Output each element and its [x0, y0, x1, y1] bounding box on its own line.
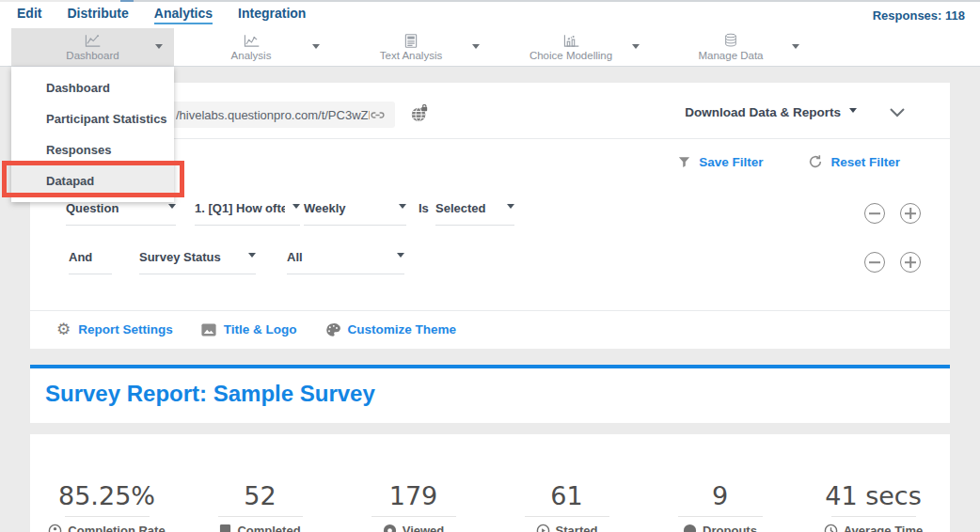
chevron-down-icon[interactable]	[889, 107, 906, 118]
stat-started: 61 Started	[490, 480, 643, 532]
stat-value: 52	[183, 480, 337, 512]
line-chart-dots-icon	[244, 34, 260, 48]
nav-item-analytics[interactable]: Analytics	[154, 6, 213, 24]
completed-icon	[219, 524, 231, 532]
reset-filter-button[interactable]: Reset Filter	[808, 154, 900, 169]
dashboard-dropdown-menu: Dashboard Participant Statistics Respons…	[11, 67, 174, 202]
stat-label: Dropouts	[703, 524, 757, 532]
top-nav-items: Edit Distribute Analytics Integration	[17, 6, 306, 24]
filter-status-value: All	[287, 250, 303, 264]
viewed-icon	[383, 524, 397, 532]
filter-field-select[interactable]: Question	[66, 201, 176, 226]
gear-icon	[56, 321, 71, 337]
toolbar-dashboard-button[interactable]: Dashboard	[11, 28, 174, 66]
toolbar-text-analysis-label: Text Analysis	[380, 50, 442, 61]
caret-down-icon	[507, 204, 514, 212]
filter-operator-label: Is	[419, 201, 429, 215]
report-actions-bar: Report Settings Title & Logo Customize T…	[56, 321, 456, 337]
stat-label: Started	[556, 524, 598, 532]
line-chart-icon	[85, 34, 101, 48]
average-time-icon	[824, 524, 838, 532]
toolbar-text-analysis-button[interactable]: Text Analysis	[331, 28, 491, 66]
completion-rate-icon	[48, 524, 62, 532]
responses-count-badge[interactable]: Responses: 118	[873, 8, 965, 23]
toolbar-manage-data-label: Manage Data	[698, 50, 763, 61]
stat-value: 179	[337, 480, 490, 512]
started-icon	[536, 524, 550, 532]
report-title-card: Survey Report: Sample Survey	[30, 365, 950, 423]
divider	[65, 516, 150, 517]
report-settings-label: Report Settings	[78, 322, 173, 336]
toolbar-choice-modelling-label: Choice Modelling	[530, 50, 612, 61]
filter-answer-value: Weekly	[304, 201, 346, 215]
remove-filter-row-button[interactable]	[864, 252, 885, 273]
stat-dropouts: 9 Dropouts	[643, 480, 797, 532]
bar-chart-icon	[563, 34, 579, 48]
add-filter-row-button[interactable]	[900, 203, 921, 224]
link-icon[interactable]	[370, 107, 386, 123]
divider	[831, 516, 916, 517]
stat-value: 41 secs	[797, 480, 950, 512]
download-data-reports-button[interactable]: Download Data & Reports	[685, 105, 857, 119]
toolbar-manage-data-button[interactable]: Manage Data	[651, 28, 811, 66]
customize-theme-button[interactable]: Customize Theme	[325, 322, 457, 337]
divider	[30, 310, 950, 311]
filter-row-2: And Survey Status All	[30, 250, 950, 282]
caret-down-icon	[155, 44, 163, 53]
document-icon	[404, 34, 418, 48]
caret-down-icon	[312, 44, 320, 53]
toolbar-analysis-label: Analysis	[231, 50, 272, 61]
stat-average-time: 41 secs Average Time	[797, 480, 950, 532]
add-filter-row-button[interactable]	[900, 252, 921, 273]
divider	[678, 516, 763, 517]
stat-value: 9	[643, 480, 797, 512]
image-icon	[201, 323, 216, 336]
filter-status-field-value: Survey Status	[139, 250, 221, 264]
title-logo-button[interactable]: Title & Logo	[201, 322, 297, 336]
nav-item-integration[interactable]: Integration	[238, 6, 306, 24]
save-filter-button[interactable]: Save Filter	[677, 155, 763, 169]
report-settings-button[interactable]: Report Settings	[56, 321, 173, 337]
filter-selection-select[interactable]: Selected	[435, 201, 514, 226]
save-filter-label: Save Filter	[699, 155, 763, 169]
caret-down-icon	[292, 204, 300, 212]
divider	[218, 516, 303, 517]
caret-down-icon	[397, 253, 404, 261]
dropouts-icon	[683, 524, 697, 532]
caret-down-icon	[792, 44, 799, 53]
title-logo-label: Title & Logo	[224, 322, 297, 336]
menu-item-responses[interactable]: Responses	[11, 134, 174, 165]
download-and-collapse: Download Data & Reports	[685, 105, 906, 119]
caret-down-icon	[168, 204, 176, 212]
reset-filter-label: Reset Filter	[830, 155, 900, 169]
filter-question-select[interactable]: 1. [Q1] How often d...	[195, 201, 300, 226]
remove-filter-row-button[interactable]	[864, 203, 885, 224]
divider	[371, 516, 456, 517]
database-icon	[723, 34, 738, 48]
nav-item-edit[interactable]: Edit	[17, 6, 41, 24]
filter-actions: Save Filter Reset Filter	[677, 154, 900, 169]
caret-down-icon	[399, 204, 406, 212]
funnel-icon	[677, 155, 691, 169]
caret-down-icon	[849, 108, 857, 117]
customize-theme-label: Customize Theme	[348, 322, 457, 336]
caret-down-icon	[248, 253, 256, 261]
stat-viewed: 179 Viewed	[337, 480, 490, 532]
filter-conjunction-select[interactable]: And	[69, 250, 112, 274]
survey-stats-card: 85.25% Completion Rate 52 Completed 179 …	[30, 434, 950, 532]
globe-lock-icon[interactable]	[410, 104, 429, 123]
palette-icon	[325, 322, 340, 337]
stat-label: Viewed	[403, 524, 445, 532]
toolbar-choice-modelling-button[interactable]: Choice Modelling	[491, 28, 651, 66]
filter-answer-select[interactable]: Weekly	[304, 201, 406, 226]
filter-status-field-select[interactable]: Survey Status	[139, 250, 256, 274]
filter-selection-value: Selected	[435, 201, 485, 215]
stat-label: Completed	[237, 524, 300, 532]
filter-status-value-select[interactable]: All	[287, 250, 404, 274]
toolbar-analysis-button[interactable]: Analysis	[171, 28, 331, 66]
nav-item-distribute[interactable]: Distribute	[67, 6, 128, 24]
stat-value: 85.25%	[30, 480, 183, 512]
menu-item-dashboard[interactable]: Dashboard	[11, 72, 174, 103]
menu-item-datapad[interactable]: Datapad	[11, 165, 174, 196]
menu-item-participant-statistics[interactable]: Participant Statistics	[11, 103, 174, 134]
